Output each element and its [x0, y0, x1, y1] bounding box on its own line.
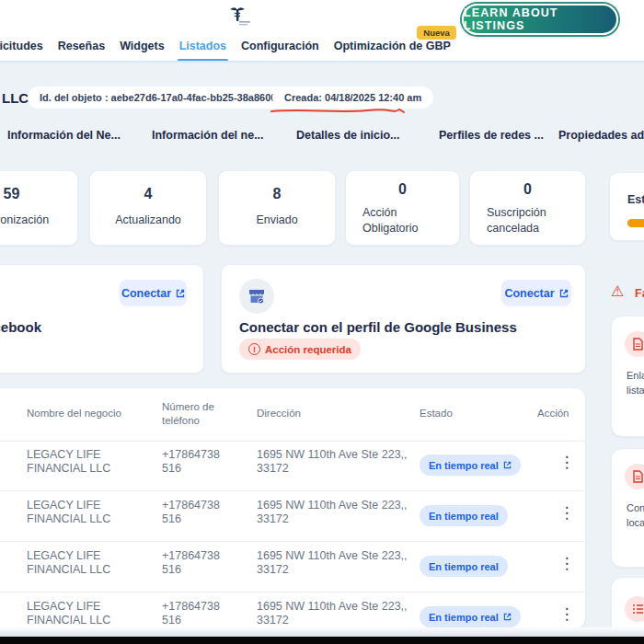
table-row: LEGACY LIFE FINANCIAL LLC +17864738 516 …	[0, 441, 585, 491]
status-label: En tiempo real	[429, 612, 499, 623]
listings-table: Nombre del negocio Número de teléfono Di…	[0, 387, 586, 629]
sidebar-card-line: Conectar	[627, 502, 644, 513]
stat-value: 4	[90, 186, 206, 202]
cell-business-name: LEGACY LIFE FINANCIAL LLC	[27, 600, 132, 627]
col-header-telefono: Número de teléfono	[162, 400, 226, 428]
document-icon	[625, 464, 644, 489]
status-badge[interactable]: En tiempo real	[420, 505, 508, 526]
status-label: En tiempo real	[429, 511, 499, 522]
warning-triangle-icon: ⚠	[611, 284, 624, 299]
tab-detalles-inicio[interactable]: Detalles de inicio...	[296, 129, 400, 142]
google-business-icon	[239, 279, 274, 314]
table-row: LEGACY LIFE FINANCIAL LLC +17864738 516 …	[0, 491, 585, 542]
row-menu-button[interactable]: ⋮	[558, 554, 576, 573]
nav-item-label: Optimización de GBP	[334, 40, 451, 52]
stat-card-enviado: 8 Enviado	[218, 170, 336, 246]
listings-page: LEARN ABOUT LISTINGS Solicitudes Reseñas…	[0, 0, 644, 644]
external-link-icon	[503, 613, 512, 621]
cell-business-name: LEGACY LIFE FINANCIAL LLC	[27, 499, 132, 526]
button-label: Conectar	[504, 287, 554, 300]
stat-label: Acción Obligatorio	[362, 205, 450, 236]
cell-address: 1695 NW 110th Ave Ste 223,, 33172	[257, 600, 411, 627]
cell-phone: +17864738 516	[162, 549, 240, 577]
cell-address: 1695 NW 110th Ave Ste 223,, 33172	[257, 448, 411, 476]
nav-item-resenas[interactable]: Reseñas	[58, 40, 105, 54]
cell-business-name: LEGACY LIFE FINANCIAL LLC	[27, 448, 132, 476]
button-label: Conectar	[121, 287, 171, 300]
nueva-badge: Nueva	[417, 26, 456, 40]
tab-informacion-negocio-1[interactable]: Información del Ne...	[7, 129, 121, 142]
stat-value: 0	[346, 181, 459, 198]
stat-label: Suscripción cancelada	[487, 205, 574, 236]
table-row: LEGACY LIFE FINANCIAL LLC +17864738 516 …	[0, 542, 585, 592]
stat-card-suscripcion-cancelada: 0 Suscripción cancelada	[469, 170, 586, 246]
external-link-icon	[559, 289, 569, 298]
sidebar-card-listing-link[interactable]: Enlace listado	[611, 316, 644, 437]
top-bar: LEARN ABOUT LISTINGS Solicitudes Reseñas…	[0, 0, 644, 61]
stat-value: 59	[0, 186, 77, 202]
list-icon	[625, 596, 644, 622]
exclamation-icon: !	[248, 343, 260, 355]
bottom-black-bar	[0, 637, 644, 644]
row-menu-button[interactable]: ⋮	[558, 503, 576, 523]
header-divider	[0, 61, 644, 63]
row-menu-button[interactable]: ⋮	[558, 453, 576, 472]
nav-item-listados[interactable]: Listados	[179, 40, 226, 54]
nav-item-solicitudes[interactable]: Solicitudes	[0, 40, 43, 54]
cell-address: 1695 NW 110th Ave Ste 223,, 33172	[257, 549, 411, 577]
nav-item-optimizacion-gbp[interactable]: Optimización de GBP Nueva	[334, 40, 451, 54]
sidebar-card-connect-local[interactable]: Conectar local	[611, 448, 644, 568]
bottom-fade-strip	[0, 627, 644, 637]
business-name: LLC	[2, 90, 29, 106]
tab-propiedades[interactable]: Propiedades ad...	[558, 129, 644, 142]
facebook-card-title: Conectar con el perfil de Facebook	[0, 319, 41, 335]
action-required-badge: ! Acción requerida	[239, 339, 361, 360]
warning-label: Falta	[635, 287, 644, 300]
col-header-accion: Acción	[537, 408, 569, 419]
cell-phone: +17864738 516	[162, 600, 240, 627]
cell-address: 1695 NW 110th Ave Ste 223,, 33172	[257, 499, 411, 526]
col-header-nombre: Nombre del negocio	[27, 408, 121, 419]
sidebar-card-line: Enlace	[627, 370, 644, 381]
row-menu-button[interactable]: ⋮	[558, 604, 576, 624]
status-badge[interactable]: En tiempo real	[420, 454, 521, 476]
google-card-title: Conectar con el perfil de Google Busines…	[239, 319, 517, 335]
stat-label: Sincronización	[0, 213, 77, 226]
status-badge[interactable]: En tiempo real	[420, 556, 508, 577]
stat-card-accion-obligatorio: 0 Acción Obligatorio	[345, 170, 460, 246]
cell-phone: +17864738 516	[162, 499, 240, 526]
stat-label: Enviado	[219, 213, 335, 226]
stat-value: 8	[219, 186, 335, 202]
sidebar-card-line: listado	[627, 385, 644, 396]
cell-business-name: LEGACY LIFE FINANCIAL LLC	[27, 549, 132, 577]
stat-value: 0	[470, 181, 585, 198]
cell-phone: +17864738 516	[162, 448, 240, 476]
health-progress-bar	[627, 219, 644, 227]
status-label: En tiempo real	[429, 460, 499, 471]
sidebar-card-line: local	[627, 517, 644, 528]
tab-perfiles-redes[interactable]: Perfiles de redes ...	[439, 129, 544, 142]
status-badge[interactable]: En tiempo real	[420, 606, 521, 627]
health-title: Estado	[627, 193, 644, 206]
stat-label: Actualizando	[90, 213, 206, 226]
google-connect-button[interactable]: Conectar	[501, 280, 571, 306]
created-date-pill: Creada: 04/18/2025 12:40 am	[272, 86, 433, 109]
nav-item-widgets[interactable]: Widgets	[120, 40, 165, 54]
facebook-connect-button[interactable]: Conectar	[120, 280, 187, 306]
col-header-direccion: Dirección	[257, 408, 301, 419]
col-header-estado: Estado	[420, 408, 453, 419]
main-nav: Solicitudes Reseñas Widgets Listados Con…	[0, 40, 451, 54]
status-label: En tiempo real	[429, 561, 499, 572]
red-wavy-underline	[270, 108, 405, 115]
stat-card-sincronizacion: 59 Sincronización	[0, 170, 78, 246]
object-id-pill: Id. del objeto : aebe27d6-17a0-4fac-bb25…	[28, 86, 315, 109]
table-row: LEGACY LIFE FINANCIAL LLC +17864738 516 …	[0, 592, 585, 629]
nav-item-configuracion[interactable]: Configuración	[241, 40, 319, 54]
health-status-card: Estado	[609, 172, 644, 241]
external-link-icon	[176, 289, 185, 298]
badge-label: Acción requerida	[265, 344, 351, 355]
stat-card-actualizando: 4 Actualizando	[89, 170, 207, 246]
learn-about-listings-button[interactable]: LEARN ABOUT LISTINGS	[462, 4, 618, 35]
external-link-icon	[503, 461, 512, 469]
tab-informacion-negocio-2[interactable]: Información del ne...	[152, 129, 264, 142]
